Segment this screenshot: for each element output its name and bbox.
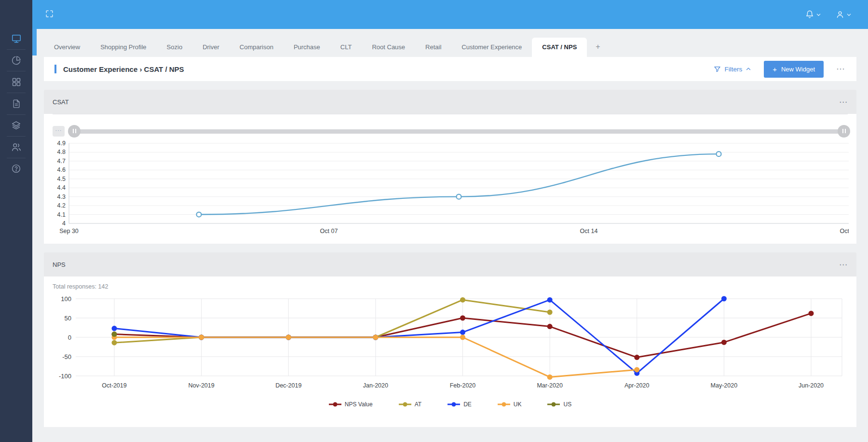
bell-icon — [805, 10, 814, 19]
csat-panel-title: CSAT — [53, 98, 69, 106]
svg-text:100: 100 — [61, 295, 71, 303]
tab-root-cause[interactable]: Root Cause — [362, 38, 415, 57]
account-menu[interactable] — [836, 10, 852, 19]
add-tab-button[interactable]: + — [587, 38, 609, 57]
svg-text:50: 50 — [65, 315, 71, 322]
csat-range-slider: ··· — [53, 125, 849, 138]
svg-text:Oct-2019: Oct-2019 — [102, 382, 126, 389]
legend-item-at[interactable]: AT — [399, 401, 421, 408]
nps-panel-header[interactable]: NPS ⋯ — [44, 252, 856, 276]
svg-text:4.3: 4.3 — [57, 193, 66, 200]
csat-chart: 4.94.84.74.64.54.44.34.24.14Sep 30Oct 07… — [52, 140, 849, 237]
slider-handle-right[interactable] — [838, 125, 850, 138]
svg-text:Jan-2020: Jan-2020 — [363, 382, 388, 389]
document-icon — [12, 99, 21, 109]
expand-icon[interactable] — [45, 9, 54, 20]
tab-shopping-profile[interactable]: Shopping Profile — [90, 38, 156, 57]
layers-icon — [11, 120, 21, 130]
legend-item-us[interactable]: US — [547, 401, 571, 408]
tab-driver[interactable]: Driver — [192, 38, 230, 57]
sidebar-item-dashboards[interactable] — [0, 28, 32, 49]
svg-text:Nov-2019: Nov-2019 — [189, 382, 215, 389]
tab-comparison[interactable]: Comparison — [230, 38, 284, 57]
legend-marker — [399, 401, 411, 407]
breadcrumb-accent — [54, 65, 56, 73]
nps-legend: NPS ValueATDEUKUS — [52, 401, 849, 408]
legend-item-uk[interactable]: UK — [498, 401, 522, 408]
chevron-up-icon — [746, 66, 751, 72]
tab-bar: Overview Shopping Profile Sozio Driver C… — [32, 29, 868, 57]
legend-item-de[interactable]: DE — [448, 401, 472, 408]
svg-text:4.2: 4.2 — [57, 202, 66, 209]
svg-text:4.9: 4.9 — [57, 140, 66, 147]
svg-text:4.6: 4.6 — [57, 166, 66, 173]
csat-panel: CSAT ⋯ ··· 4.94.84.74.64.54.44.34.24.14S… — [44, 90, 856, 244]
svg-text:4: 4 — [62, 220, 66, 227]
svg-text:4.8: 4.8 — [57, 149, 66, 155]
svg-text:Mar-2020: Mar-2020 — [537, 382, 563, 389]
legend-marker — [448, 401, 460, 407]
slider-track[interactable] — [70, 129, 848, 134]
total-responses-label: Total responses: 142 — [52, 276, 849, 293]
tab-purchase[interactable]: Purchase — [284, 38, 330, 57]
top-bar — [32, 0, 868, 29]
tab-overview[interactable]: Overview — [44, 38, 90, 57]
svg-text:Apr-2020: Apr-2020 — [624, 382, 649, 389]
csat-panel-header[interactable]: CSAT ⋯ — [44, 90, 856, 114]
main-content: Overview Shopping Profile Sozio Driver C… — [32, 29, 868, 442]
svg-text:4.5: 4.5 — [57, 176, 66, 182]
nps-panel-title: NPS — [53, 261, 66, 268]
grid-icon — [12, 77, 21, 87]
legend-marker — [329, 401, 341, 407]
active-item-accent — [32, 29, 37, 55]
legend-label: US — [563, 401, 571, 408]
csat-more-icon[interactable]: ⋯ — [839, 97, 848, 107]
svg-text:Feb-2020: Feb-2020 — [450, 382, 476, 389]
chevron-down-icon — [846, 12, 852, 17]
nps-chart: 100500-50-100Oct-2019Nov-2019Dec-2019Jan… — [52, 293, 849, 395]
funnel-icon — [714, 66, 721, 73]
sidebar-item-widgets[interactable] — [0, 71, 32, 93]
filters-button[interactable]: Filters — [714, 66, 751, 73]
tab-sozio[interactable]: Sozio — [157, 38, 193, 57]
svg-text:4.1: 4.1 — [57, 211, 66, 218]
nps-chart-svg: 100500-50-100Oct-2019Nov-2019Dec-2019Jan… — [52, 293, 849, 395]
svg-text:Jun-2020: Jun-2020 — [799, 382, 824, 389]
legend-label: NPS Value — [345, 401, 373, 408]
nps-more-icon[interactable]: ⋯ — [839, 260, 848, 270]
legend-marker — [547, 401, 560, 407]
users-icon — [11, 142, 22, 152]
svg-text:Dec-2019: Dec-2019 — [275, 382, 301, 389]
svg-text:4.7: 4.7 — [57, 158, 66, 165]
sidebar-item-reports[interactable] — [0, 49, 32, 71]
monitor-icon — [11, 33, 22, 44]
sidebar-item-layers[interactable] — [0, 114, 32, 136]
tab-retail[interactable]: Retail — [415, 38, 451, 57]
help-icon — [11, 164, 21, 174]
csat-toolbar-divider — [53, 114, 848, 125]
svg-text:May-2020: May-2020 — [711, 382, 738, 389]
pie-chart-icon — [11, 55, 22, 66]
page-more-icon[interactable]: ⋯ — [836, 64, 846, 74]
tab-csat-nps[interactable]: CSAT / NPS — [532, 38, 587, 57]
notifications-menu[interactable] — [805, 10, 821, 19]
sidebar-item-documents[interactable] — [0, 93, 32, 114]
page-header: Customer Experience › CSAT / NPS Filters… — [44, 57, 856, 81]
tab-clt[interactable]: CLT — [330, 38, 362, 57]
svg-text:Oct 14: Oct 14 — [580, 228, 598, 235]
new-widget-button[interactable]: + New Widget — [764, 61, 824, 78]
sidebar-item-users[interactable] — [0, 136, 32, 158]
csat-chart-svg: 4.94.84.74.64.54.44.34.24.14Sep 30Oct 07… — [52, 140, 849, 237]
slider-handle-left[interactable] — [68, 125, 81, 138]
legend-item-nps-value[interactable]: NPS Value — [329, 401, 373, 408]
legend-label: AT — [415, 401, 421, 408]
slider-menu-button[interactable]: ··· — [53, 126, 65, 137]
sidebar — [0, 0, 32, 442]
svg-text:4.4: 4.4 — [57, 184, 66, 191]
tab-customer-experience[interactable]: Customer Experience — [451, 38, 532, 57]
sidebar-item-help[interactable] — [0, 158, 32, 180]
plus-icon: + — [773, 65, 777, 73]
nps-panel: NPS ⋯ Total responses: 142 100500-50-100… — [44, 252, 856, 427]
legend-label: UK — [514, 401, 522, 408]
svg-text:-100: -100 — [59, 373, 71, 380]
